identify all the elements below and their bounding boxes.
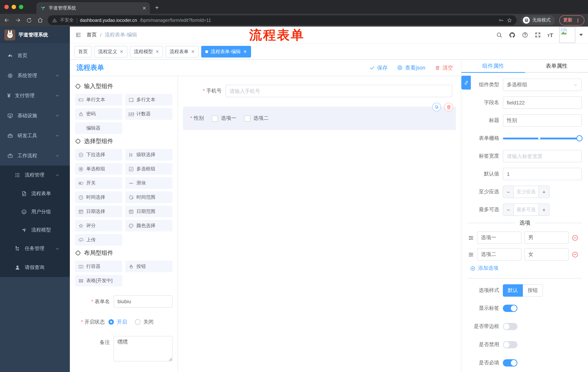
copy-component-button[interactable]: [432, 103, 441, 111]
save-button[interactable]: 保存: [369, 64, 388, 71]
remove-option-icon[interactable]: [572, 234, 578, 241]
label-width-input[interactable]: [503, 150, 582, 162]
insecure-warning-icon[interactable]: [52, 18, 57, 23]
是否带边框-toggle[interactable]: [503, 323, 517, 330]
avatar-caret-icon[interactable]: [579, 34, 583, 36]
minimize-window-button[interactable]: [12, 5, 16, 9]
sidebar-item-用户分组[interactable]: 用户分组: [0, 203, 70, 221]
sidebar-item-系统管理[interactable]: 系统管理: [0, 65, 70, 85]
font-size-icon[interactable]: TT: [547, 32, 553, 38]
tag-close-icon[interactable]: ✕: [191, 49, 195, 54]
sidebar-item-首页[interactable]: 首页: [0, 45, 70, 65]
sidebar-item-支付管理[interactable]: ¥支付管理: [0, 85, 70, 106]
field-name-input[interactable]: [503, 96, 582, 109]
back-button[interactable]: [4, 17, 10, 23]
style-button-button[interactable]: 按钮: [523, 284, 543, 297]
slider-handle[interactable]: [576, 135, 583, 141]
tag-流程表单[interactable]: 流程表单✕: [166, 46, 199, 57]
breadcrumb-home[interactable]: 首页: [87, 32, 97, 38]
window-controls[interactable]: [4, 5, 23, 9]
remove-option-icon[interactable]: [572, 251, 578, 258]
password-manager-icon[interactable]: [498, 18, 504, 23]
tag-流程模型[interactable]: 流程模型✕: [130, 46, 163, 57]
style-default-button[interactable]: 默认: [503, 284, 523, 297]
显示标签-toggle[interactable]: [503, 305, 517, 312]
close-window-button[interactable]: [4, 5, 9, 9]
palette-item-按钮[interactable]: 按钮: [125, 261, 172, 272]
home-button[interactable]: [37, 17, 43, 23]
forward-button[interactable]: [15, 17, 21, 23]
palette-item-单行文本[interactable]: 单行文本: [75, 94, 122, 106]
title-input[interactable]: [503, 114, 582, 127]
是否必填-toggle[interactable]: [503, 359, 517, 367]
tag-close-icon[interactable]: ✕: [155, 49, 159, 54]
status-off-label[interactable]: 关闭: [143, 316, 154, 328]
address-bar[interactable]: 不安全 dashboard.yudao.iocoder.cn/bpm/manag…: [48, 15, 517, 25]
sidebar-item-流程模型[interactable]: 流程模型: [0, 221, 70, 239]
delete-component-button[interactable]: [444, 103, 453, 111]
collapse-sidebar-icon[interactable]: [75, 32, 82, 38]
stepper-minus-button[interactable]: −: [503, 204, 514, 215]
stepper-plus-button[interactable]: +: [538, 204, 549, 215]
palette-item-评分[interactable]: 评分: [75, 220, 122, 232]
sidebar-item-流程管理[interactable]: 流程管理: [0, 166, 70, 185]
zoom-window-button[interactable]: [19, 5, 23, 9]
palette-item-开关[interactable]: 开关: [75, 177, 122, 189]
tag-close-icon[interactable]: ✕: [120, 49, 123, 54]
palette-item-日期选择[interactable]: 日期选择: [75, 206, 122, 217]
option-name-input[interactable]: [477, 232, 521, 244]
form-remark-textarea[interactable]: 嘿嘿: [114, 336, 172, 361]
drag-handle-icon[interactable]: [468, 234, 474, 241]
tab-close-icon[interactable]: ✕: [142, 5, 146, 11]
view-json-button[interactable]: 查看json: [397, 64, 425, 71]
stepper-plus-button[interactable]: +: [538, 186, 549, 198]
grid-slider[interactable]: [503, 135, 582, 142]
palette-item-时间选择[interactable]: 时间选择: [75, 191, 122, 203]
form-canvas[interactable]: 手机号: [178, 76, 461, 372]
palette-item-单选框组[interactable]: 单选框组: [75, 163, 122, 175]
search-icon[interactable]: [496, 32, 503, 38]
palette-item-多选框组[interactable]: 多选框组: [125, 163, 172, 175]
palette-item-日期范围[interactable]: 日期范围: [125, 206, 172, 217]
default-value-input[interactable]: [503, 168, 582, 180]
sidebar-item-研发工具[interactable]: 研发工具: [0, 126, 70, 146]
bookmark-star-icon[interactable]: [506, 17, 512, 23]
palette-item-行容器[interactable]: 行容器: [75, 261, 122, 272]
new-tab-button[interactable]: +: [155, 4, 159, 12]
fullscreen-icon[interactable]: [535, 32, 541, 38]
drawer-toggle[interactable]: [461, 76, 471, 90]
selected-component-gender[interactable]: 性别 选项一选项二: [183, 107, 456, 130]
reload-button[interactable]: [26, 17, 32, 23]
palette-item-下拉选择[interactable]: 下拉选择: [75, 149, 122, 160]
status-on-radio[interactable]: [108, 319, 114, 325]
tag-首页[interactable]: 首页: [74, 46, 92, 57]
component-type-select[interactable]: 多选框组: [503, 79, 582, 91]
palette-item-多行文本[interactable]: 多行文本: [125, 94, 172, 106]
palette-item-颜色选择[interactable]: 颜色选择: [125, 220, 172, 232]
form-name-input[interactable]: [114, 295, 172, 308]
browser-tab[interactable]: 芋道管理系统 ✕: [36, 2, 150, 14]
checkbox-box[interactable]: [212, 115, 218, 121]
tag-流程定义[interactable]: 流程定义✕: [94, 46, 127, 57]
sidebar-item-工作流程[interactable]: 工作流程: [0, 146, 70, 166]
drag-handle-icon[interactable]: [468, 251, 474, 257]
palette-item-滑块[interactable]: 滑块: [125, 177, 172, 189]
sidebar-item-请假查询[interactable]: 请假查询: [0, 258, 70, 277]
browser-menu-icon[interactable]: ⋮: [575, 18, 580, 23]
option-name-input[interactable]: [477, 248, 521, 261]
tab-component-props[interactable]: 组件属性: [461, 60, 525, 73]
palette-item-级联选择[interactable]: 级联选择: [125, 149, 172, 160]
avatar[interactable]: [559, 27, 575, 43]
clear-button[interactable]: 清空: [435, 64, 453, 71]
tag-流程表单-编辑[interactable]: 流程表单-编辑✕: [201, 46, 251, 57]
palette-item-上传[interactable]: 上传: [75, 234, 122, 246]
sidebar-logo[interactable]: 芋道管理系统: [0, 27, 70, 43]
sidebar-item-流程表单[interactable]: 流程表单: [0, 185, 70, 203]
palette-item-编辑器[interactable]: 编辑器: [75, 122, 122, 134]
browser-update-button[interactable]: 更新 ⋮: [559, 15, 584, 25]
tag-close-icon[interactable]: ✕: [243, 49, 247, 54]
是否禁用-toggle[interactable]: [503, 341, 517, 348]
github-icon[interactable]: [509, 32, 515, 38]
help-icon[interactable]: [522, 32, 528, 38]
add-option-button[interactable]: 添加选项: [470, 265, 582, 272]
